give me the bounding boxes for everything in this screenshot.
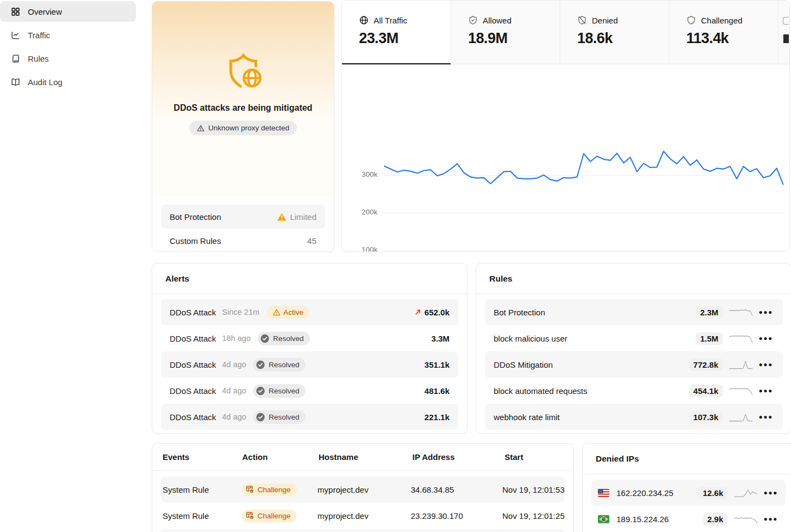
tab-allowed[interactable]: Allowed 18.9M (451, 1, 560, 64)
row-menu-button[interactable]: ●●● (758, 412, 774, 422)
status-badge-resolved: Resolved (253, 410, 305, 424)
check-circle-icon (256, 360, 265, 369)
denied-ip-row[interactable]: 162.220.234.25 12.6k ●●● (591, 480, 786, 506)
sidebar-item-overview[interactable]: Overview (0, 1, 136, 22)
tab-label: Denied (592, 16, 618, 25)
row-menu-button[interactable]: ●●● (758, 360, 774, 369)
rule-sparkline (729, 411, 753, 423)
shield-globe-icon (224, 53, 263, 89)
alert-value: 481.6k (424, 386, 450, 396)
globe-icon (359, 15, 369, 25)
column-header-events: Events (163, 452, 242, 462)
alert-value: 351.1k (424, 360, 450, 369)
alert-time: 4d ago (222, 360, 246, 369)
alert-name: DDoS Attack (170, 360, 216, 369)
rule-sparkline (729, 306, 753, 318)
alert-time: 4d ago (222, 413, 246, 421)
tab-value: 18.9M (468, 30, 560, 47)
tab-label: Challenged (701, 16, 742, 25)
rule-name: Bot Protection (494, 308, 545, 317)
alert-row[interactable]: DDoS Attack 18h ago Resolved 3.3M (161, 325, 458, 351)
scroll-icon (10, 53, 21, 64)
sidebar-item-traffic[interactable]: Traffic (0, 25, 136, 45)
tab-denied[interactable]: Denied 18.6k (560, 1, 669, 64)
rule-row[interactable]: webhook rate limit 107.3k ●●● (485, 404, 783, 430)
traffic-chart-area: 300k200k100k0 10:39:00 AM10:54:00 AM11:0… (342, 64, 789, 252)
alert-name: DDoS Attack (170, 386, 216, 396)
row-menu-button[interactable]: ●●● (758, 307, 774, 317)
alerts-title: Alerts (152, 264, 467, 294)
tab-value: 113.4k (686, 30, 778, 47)
check-circle-icon (256, 386, 265, 396)
sidebar-item-label: Traffic (28, 31, 50, 40)
book-icon (10, 77, 21, 87)
column-header-ip: IP Address (412, 452, 505, 462)
row-menu-button[interactable]: ●●● (758, 333, 774, 343)
denied-ip-row[interactable]: 189.15.224.26 2.9k ●●● (591, 506, 786, 532)
alert-value: 3.3M (432, 334, 450, 343)
rule-name: DDoS Mitigation (494, 360, 553, 369)
alerts-card: Alerts DDoS Attack Since 21m Active (152, 263, 468, 434)
rule-row[interactable]: block automated requests 454.1k ●●● (485, 378, 783, 404)
check-circle-icon (256, 413, 265, 422)
alert-time: 4d ago (222, 386, 246, 395)
alert-row[interactable]: DDoS Attack 4d ago Resolved 221.1k (161, 404, 458, 430)
sidebar-item-label: Audit Log (28, 77, 62, 87)
row-menu-button[interactable]: ●●● (758, 386, 774, 396)
row-menu-button[interactable]: ●●● (763, 488, 779, 498)
tab-all-traffic[interactable]: All Traffic 23.3M (342, 1, 451, 64)
denied-ip-count: 12.6k (698, 487, 728, 499)
event-rule: System Rule (163, 485, 242, 494)
trend-up-icon (414, 308, 422, 316)
rule-value: 1.5M (696, 332, 722, 345)
alert-time: 18h ago (222, 334, 250, 343)
rule-sparkline (729, 332, 753, 344)
mitigation-hero: DDoS attacks are being mitigated Unknown… (152, 2, 334, 196)
warning-filled-icon (277, 213, 286, 221)
rule-row[interactable]: block malicious user 1.5M ●●● (485, 325, 783, 351)
denied-ips-title: Denied IPs (583, 444, 791, 474)
row-menu-button[interactable]: ●●● (763, 514, 779, 524)
denied-ip-sparkline (734, 487, 758, 499)
tab-challenged[interactable]: Challenged 113.4k (669, 1, 778, 64)
rule-name: block automated requests (494, 386, 588, 396)
app-root: Overview Traffic Rules Audit Log (0, 0, 791, 532)
alert-value: 221.1k (424, 413, 450, 422)
main-content: DDoS attacks are being mitigated Unknown… (143, 0, 791, 532)
custom-rules-label: Custom Rules (170, 236, 221, 246)
alert-row[interactable]: DDoS Attack 4d ago Resolved 351.1k (161, 351, 458, 378)
rule-name: block malicious user (494, 334, 567, 343)
status-badge-resolved: Resolved (253, 358, 305, 372)
rule-value: 772.8k (689, 358, 723, 371)
sidebar-item-audit-log[interactable]: Audit Log (0, 71, 136, 92)
alert-row[interactable]: DDoS Attack 4d ago Resolved 481.6k (161, 378, 458, 404)
alert-row[interactable]: DDoS Attack Since 21m Active 652.0k (161, 299, 458, 325)
status-badge-resolved: Resolved (257, 332, 309, 345)
line-chart-icon (10, 30, 21, 40)
event-row-partial (161, 529, 565, 532)
rule-sparkline (729, 358, 753, 370)
proxy-warning-badge: Unknown proxy detected (189, 121, 297, 135)
rule-name: webhook rate limit (494, 413, 560, 422)
denied-ip-address: 189.15.224.26 (616, 515, 669, 524)
sidebar-item-rules[interactable]: Rules (0, 48, 136, 69)
rules-card: Rules Bot Protection 2.3M ●●● block mali… (476, 263, 791, 434)
alert-name: DDoS Attack (170, 413, 216, 422)
custom-rules-row: Custom Rules 45 (161, 229, 325, 252)
event-ip: 23.239.30.170 (411, 511, 502, 521)
shield-check-icon (468, 15, 478, 25)
event-rule: System Rule (163, 511, 242, 521)
rule-row[interactable]: Bot Protection 2.3M ●●● (485, 299, 783, 325)
event-row[interactable]: System Rule Challenge myprojec (161, 503, 565, 529)
rule-row[interactable]: DDoS Mitigation 772.8k ●●● (485, 351, 783, 378)
event-hostname: myproject.dev (317, 511, 411, 521)
rule-value: 2.3M (696, 306, 722, 319)
warning-triangle-icon (197, 124, 205, 132)
mitigation-status-card: DDoS attacks are being mitigated Unknown… (152, 1, 334, 252)
tab-partial-offscreen[interactable] (778, 1, 789, 64)
grid-icon (10, 7, 21, 17)
tab-value: 18.6k (577, 30, 669, 47)
event-row[interactable]: System Rule Challenge myprojec (161, 476, 565, 503)
challenge-badge: Challenge (242, 483, 297, 496)
br-flag-icon (598, 515, 609, 523)
